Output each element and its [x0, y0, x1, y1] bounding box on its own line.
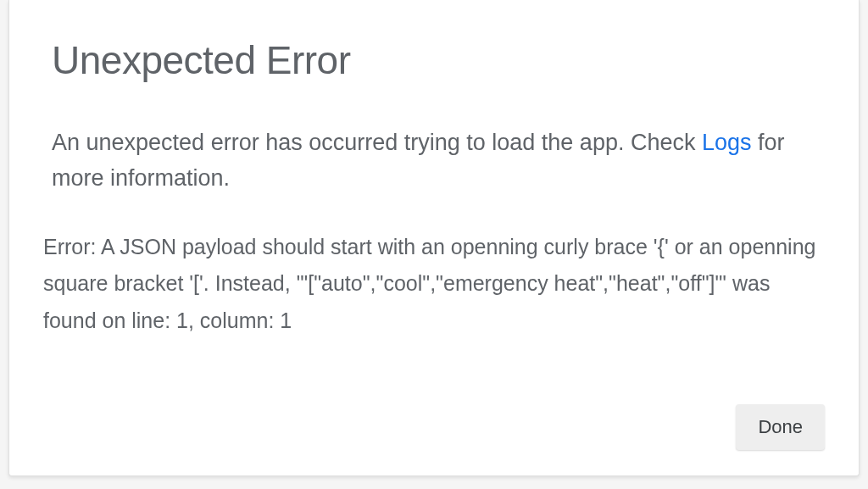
error-detail-message: Error: A JSON payload should start with … — [43, 229, 825, 340]
description-text-pre: An unexpected error has occurred trying … — [52, 130, 702, 155]
done-button[interactable]: Done — [736, 404, 825, 450]
logs-link[interactable]: Logs — [702, 130, 752, 155]
error-dialog: Unexpected Error An unexpected error has… — [8, 0, 860, 476]
dialog-title: Unexpected Error — [52, 37, 825, 83]
dialog-footer: Done — [52, 387, 825, 450]
error-description: An unexpected error has occurred trying … — [52, 125, 825, 197]
